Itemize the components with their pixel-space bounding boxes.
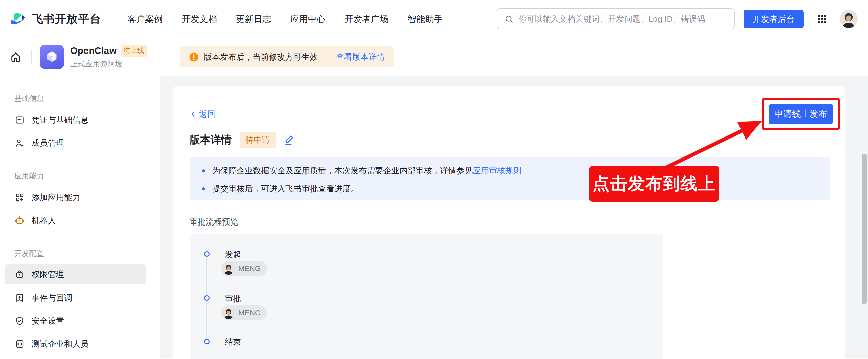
version-detail-card: 返回 版本详情 待申请 为保障企业数据安全及应用质量，本次发布需要企业内部审核，… <box>173 86 845 358</box>
home-button[interactable] <box>9 50 23 64</box>
info-bullet: 为保障企业数据安全及应用质量，本次发布需要企业内部审核，详情参见应用审核规则 <box>202 165 830 176</box>
sidebar-item-label: 凭证与基础信息 <box>32 114 88 125</box>
assignee-avatar <box>222 307 235 319</box>
timeline-node <box>204 295 210 301</box>
notice-text: 版本发布后，当前修改方可生效 <box>204 51 318 62</box>
nav-item-changelog[interactable]: 更新日志 <box>236 13 271 25</box>
timeline-node <box>204 339 210 344</box>
sidebar-item-security[interactable]: 安全设置 <box>0 310 160 332</box>
bullet-dot <box>202 187 205 190</box>
sidebar-item-label: 成员管理 <box>32 138 64 148</box>
assignee-name: MENG <box>238 264 261 273</box>
nav-item-cases[interactable]: 客户案例 <box>127 13 163 25</box>
bullet-dot <box>202 169 205 172</box>
warning-icon <box>189 52 199 62</box>
sidebar-section-basic-info: 基础信息 <box>14 93 160 104</box>
info-bullet: 提交审核后，可进入飞书审批查看进度。 <box>202 183 830 194</box>
sidebar-item-label: 安全设置 <box>32 316 64 326</box>
edit-pencil-icon[interactable] <box>284 134 295 146</box>
main-content: 返回 版本详情 待申请 为保障企业数据安全及应用质量，本次发布需要企业内部审核，… <box>160 76 868 358</box>
divider <box>9 159 151 159</box>
request-online-release-button[interactable]: 申请线上发布 <box>769 104 833 124</box>
sidebar-item-label: 添加应用能力 <box>32 192 80 203</box>
sidebar-section-dev-config: 开发配置 <box>14 249 160 259</box>
approval-flow-panel: 发起 MENG 审批 MENG 结束 <box>190 234 663 359</box>
feishu-logo-icon <box>10 12 28 26</box>
nav-item-docs[interactable]: 开发文档 <box>182 13 217 25</box>
sidebar-item-test-enterprise[interactable]: 测试企业和人员 <box>0 333 160 355</box>
robot-icon <box>15 215 25 226</box>
flow-step-label: 发起 <box>225 249 241 260</box>
cube-icon <box>44 49 60 65</box>
sidebar-item-members[interactable]: 成员管理 <box>0 132 160 154</box>
top-navigation-bar: 飞书开放平台 客户案例 开发文档 更新日志 应用中心 开发者广场 智能助手 开发… <box>0 0 868 38</box>
version-notice-banner: 版本发布后，当前修改方可生效 查看版本详情 <box>180 46 394 67</box>
nav-item-app-center[interactable]: 应用中心 <box>290 13 326 25</box>
search-input[interactable] <box>518 14 727 24</box>
app-status-badge: 待上线 <box>121 45 147 57</box>
app-header-bar: OpenClaw 待上线 正式应用@阿坡 版本发布后，当前修改方可生效 查看版本… <box>0 38 868 76</box>
review-rules-link[interactable]: 应用审核规则 <box>473 165 521 176</box>
sidebar-item-label: 事件与回调 <box>32 293 72 303</box>
assignee-chip[interactable]: MENG <box>221 261 267 276</box>
sidebar-item-permissions[interactable]: 权限管理 <box>5 264 146 284</box>
person-add-icon <box>15 138 25 148</box>
nav-item-assistant[interactable]: 智能助手 <box>408 13 443 25</box>
code-square-icon <box>15 339 25 349</box>
scrollbar[interactable] <box>862 154 867 304</box>
chevron-left-icon <box>190 110 197 118</box>
flow-step-label: 结束 <box>225 337 241 347</box>
nav-item-dev-square[interactable]: 开发者广场 <box>344 13 389 25</box>
view-version-detail-link[interactable]: 查看版本详情 <box>336 51 385 62</box>
feishu-logo[interactable]: 飞书开放平台 <box>10 12 101 27</box>
page-title: 版本详情 <box>190 133 232 147</box>
apps-grid-icon[interactable] <box>816 14 827 24</box>
sidebar-section-capabilities: 应用能力 <box>14 171 160 181</box>
home-icon <box>9 51 22 63</box>
app-subtitle: 正式应用@阿坡 <box>70 59 147 69</box>
global-search[interactable] <box>497 8 735 29</box>
title-row: 版本详情 待申请 <box>190 132 830 148</box>
info-text: 提交审核后，可进入飞书审批查看进度。 <box>212 183 359 194</box>
divider <box>31 50 32 64</box>
developer-console-button[interactable]: 开发者后台 <box>744 10 804 28</box>
status-badge: 待申请 <box>240 132 276 148</box>
annotation-label: 点击发布到线上 <box>589 166 719 202</box>
info-text: 为保障企业数据安全及应用质量，本次发布需要企业内部审核，详情参见 <box>212 165 473 176</box>
sidebar-item-add-capability[interactable]: 添加应用能力 <box>0 187 160 208</box>
app-name: OpenClaw <box>70 45 117 56</box>
flow-step-label: 审批 <box>225 293 241 304</box>
assignee-chip[interactable]: MENG <box>221 305 267 320</box>
timeline-node <box>204 251 210 257</box>
back-label: 返回 <box>199 109 215 120</box>
bookmark-plus-icon <box>15 293 25 303</box>
grid-add-icon <box>15 192 25 203</box>
user-avatar[interactable] <box>840 10 858 28</box>
divider <box>9 236 151 236</box>
sidebar-item-events-callbacks[interactable]: 事件与回调 <box>0 287 160 309</box>
shield-check-icon <box>15 316 25 326</box>
assignee-avatar <box>222 262 235 275</box>
credential-card-icon <box>15 115 25 125</box>
logo-text: 飞书开放平台 <box>32 12 101 27</box>
sidebar-item-label: 机器人 <box>32 215 56 226</box>
sidebar-item-label: 测试企业和人员 <box>32 339 88 350</box>
primary-nav: 客户案例 开发文档 更新日志 应用中心 开发者广场 智能助手 <box>127 13 443 25</box>
app-meta: OpenClaw 待上线 正式应用@阿坡 <box>70 45 147 69</box>
review-info-box: 为保障企业数据安全及应用质量，本次发布需要企业内部审核，详情参见应用审核规则 提… <box>190 157 830 200</box>
lock-icon <box>15 269 25 279</box>
annotation-highlight-frame: 申请线上发布 <box>762 98 840 130</box>
sidebar-item-credentials[interactable]: 凭证与基础信息 <box>0 109 160 131</box>
sidebar-item-bot[interactable]: 机器人 <box>0 210 160 231</box>
approval-flow-title: 审批流程预览 <box>190 216 830 227</box>
app-icon[interactable] <box>40 45 64 69</box>
assignee-name: MENG <box>238 309 261 317</box>
sidebar-item-label: 权限管理 <box>32 269 64 280</box>
search-icon <box>504 14 514 24</box>
back-link[interactable]: 返回 <box>190 109 215 120</box>
sidebar: 基础信息 凭证与基础信息 成员管理 应用能力 添加应用能力 <box>0 76 160 358</box>
page-body: 基础信息 凭证与基础信息 成员管理 应用能力 添加应用能力 <box>0 76 868 358</box>
